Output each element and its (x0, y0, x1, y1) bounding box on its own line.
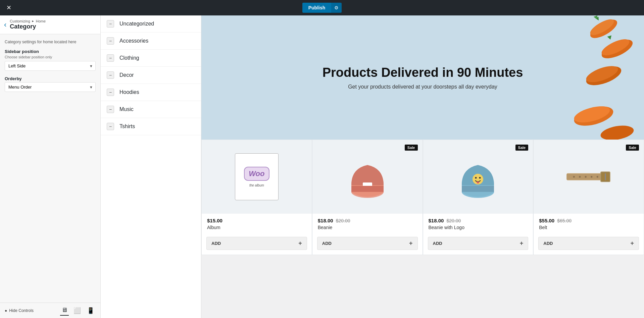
price-current: $18.00 (429, 218, 444, 223)
price-original: $20.00 (336, 218, 350, 223)
settings-button[interactable]: ⚙ (331, 3, 342, 13)
sidebar-position-group: Sidebar position Choose sidebar position… (5, 49, 96, 71)
beanie-svg (347, 155, 388, 199)
category-collapse-button[interactable]: − (107, 20, 114, 28)
svg-point-28 (585, 176, 587, 177)
back-icon: ‹ (4, 20, 6, 29)
category-name: Music (119, 106, 134, 112)
svg-rect-16 (462, 186, 494, 192)
hero-banner: Products Delivered in 90 Minutes Get you… (201, 15, 644, 140)
sidebar-position-wrapper: Left Side Right Side No Sidebar ▼ (5, 61, 96, 71)
category-item[interactable]: − Tshirts (101, 118, 201, 135)
woo-album-text: the album (249, 183, 264, 187)
product-info: $15.00 Album (202, 214, 312, 234)
svg-rect-14 (351, 186, 384, 192)
svg-point-20 (477, 181, 479, 183)
category-collapse-button[interactable]: − (107, 37, 114, 45)
hero-title: Products Delivered in 90 Minutes (323, 65, 523, 81)
close-icon: ✕ (6, 4, 11, 11)
svg-point-19 (479, 177, 481, 179)
bottom-bar: ● Hide Controls 🖥 ⬜ 📱 (0, 303, 100, 318)
category-collapse-button[interactable]: − (107, 71, 114, 79)
add-label: ADD (322, 241, 332, 246)
panel-content: Category settings for home located here … (0, 34, 100, 303)
breadcrumb-arrow: ► (32, 19, 35, 23)
mobile-icon: 📱 (87, 307, 94, 314)
category-panel: − Uncategorized − Accessories − Clothing… (101, 15, 201, 318)
svg-rect-25 (605, 173, 606, 180)
add-plus-icon: + (409, 240, 413, 247)
product-actions: ADD + (202, 234, 312, 255)
woo-bubble: Woo (244, 167, 269, 181)
add-to-cart-button[interactable]: ADD + (317, 237, 418, 250)
category-collapse-button[interactable]: − (107, 54, 114, 62)
product-image-area: Sale (423, 140, 533, 214)
tablet-icon: ⬜ (73, 307, 81, 314)
publish-button[interactable]: Publish (302, 3, 332, 13)
category-name: Hoodies (119, 89, 139, 95)
category-item[interactable]: − Decor (101, 67, 201, 84)
category-item[interactable]: − Uncategorized (101, 15, 201, 33)
category-item[interactable]: − Music (101, 101, 201, 118)
sale-badge: Sale (626, 145, 639, 151)
add-label: ADD (433, 241, 442, 246)
beanie-image (344, 153, 391, 200)
sidebar-position-select[interactable]: Left Side Right Side No Sidebar (5, 61, 96, 71)
category-collapse-button[interactable]: − (107, 106, 114, 113)
price-current: $18.00 (318, 218, 333, 223)
beanie-logo-image (454, 153, 501, 200)
close-button[interactable]: ✕ (4, 3, 13, 12)
product-prices: $18.00 $20.00 (429, 218, 528, 223)
add-label: ADD (211, 241, 221, 246)
belt-svg (565, 163, 612, 190)
woo-product-image: Woo the album (235, 153, 279, 200)
breadcrumb-customizing[interactable]: Customizing (10, 19, 30, 23)
product-prices: $18.00 $20.00 (318, 218, 417, 223)
svg-point-26 (573, 176, 575, 177)
category-name: Uncategorized (119, 21, 154, 27)
product-info: $55.00 $65.00 Belt (534, 214, 644, 234)
add-to-cart-button[interactable]: ADD + (538, 237, 639, 250)
product-card: Sale (312, 140, 423, 255)
orderby-label: Orderby (5, 76, 96, 81)
category-item[interactable]: − Accessories (101, 33, 201, 50)
product-card: Sale (423, 140, 534, 255)
mobile-device-button[interactable]: 📱 (86, 305, 96, 316)
category-item[interactable]: − Hoodies (101, 84, 201, 101)
publish-group: Publish ⚙ (302, 3, 342, 13)
sidebar-position-label: Sidebar position (5, 49, 96, 54)
category-collapse-button[interactable]: − (107, 89, 114, 96)
add-to-cart-button[interactable]: ADD + (206, 237, 307, 250)
main-layout: ‹ Customizing ► Home Category Category s… (0, 15, 644, 318)
gear-icon: ⚙ (334, 5, 339, 10)
back-button[interactable]: ‹ (4, 20, 6, 29)
add-plus-icon: + (520, 240, 524, 247)
category-item[interactable]: − Clothing (101, 50, 201, 67)
panel-title: Category (10, 23, 46, 30)
breadcrumb: Customizing ► Home (10, 19, 46, 23)
product-card: Sale (533, 140, 644, 255)
category-name: Accessories (119, 38, 148, 44)
sale-badge: Sale (405, 145, 418, 151)
tablet-device-button[interactable]: ⬜ (72, 305, 82, 316)
svg-point-29 (591, 176, 592, 177)
product-actions: ADD + (423, 234, 533, 255)
hero-subtitle: Get your products delivered at your door… (323, 84, 523, 90)
hide-controls-label: Hide Controls (9, 308, 34, 313)
category-name: Decor (119, 72, 134, 78)
orderby-select[interactable]: Menu Order Date Name Price (5, 82, 96, 92)
panel-header: ‹ Customizing ► Home Category (0, 15, 100, 34)
add-to-cart-button[interactable]: ADD + (428, 237, 529, 250)
category-collapse-button[interactable]: − (107, 123, 114, 130)
hide-controls-button[interactable]: ● Hide Controls (5, 308, 34, 313)
belt-image (565, 153, 612, 200)
svg-point-27 (579, 176, 581, 177)
product-card: Woo the album $15.00 Album ADD + (201, 140, 312, 255)
svg-point-11 (599, 123, 635, 140)
product-image-area: Woo the album (202, 140, 312, 214)
product-prices: $15.00 (207, 218, 306, 223)
desktop-device-button[interactable]: 🖥 (60, 305, 69, 316)
category-name: Tshirts (119, 123, 135, 129)
product-image-area: Sale (312, 140, 423, 214)
breadcrumb-home[interactable]: Home (36, 19, 46, 23)
